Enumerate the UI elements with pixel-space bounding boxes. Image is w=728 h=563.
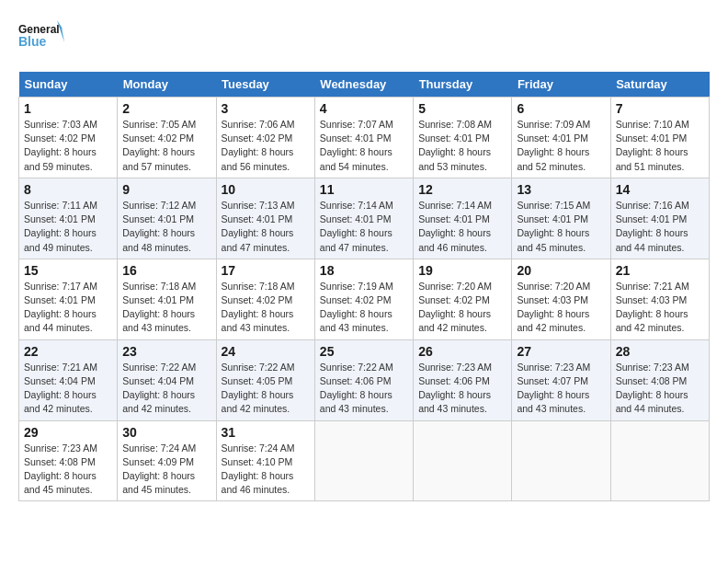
calendar-cell: 6Sunrise: 7:09 AM Sunset: 4:01 PM Daylig… <box>512 98 610 178</box>
calendar-cell: 23Sunrise: 7:22 AM Sunset: 4:04 PM Dayli… <box>118 339 216 420</box>
calendar-cell: 10Sunrise: 7:13 AM Sunset: 4:01 PM Dayli… <box>216 178 314 259</box>
day-info: Sunrise: 7:24 AM Sunset: 4:09 PM Dayligh… <box>122 442 210 498</box>
day-info: Sunrise: 7:11 AM Sunset: 4:01 PM Dayligh… <box>24 199 112 255</box>
day-number: 16 <box>122 263 210 278</box>
day-info: Sunrise: 7:08 AM Sunset: 4:01 PM Dayligh… <box>418 118 506 174</box>
day-info: Sunrise: 7:18 AM Sunset: 4:01 PM Dayligh… <box>122 280 210 336</box>
day-info: Sunrise: 7:23 AM Sunset: 4:08 PM Dayligh… <box>616 361 704 417</box>
day-info: Sunrise: 7:05 AM Sunset: 4:02 PM Dayligh… <box>122 118 210 174</box>
day-info: Sunrise: 7:21 AM Sunset: 4:03 PM Dayligh… <box>616 280 704 336</box>
day-info: Sunrise: 7:22 AM Sunset: 4:05 PM Dayligh… <box>222 361 310 417</box>
calendar-cell: 18Sunrise: 7:19 AM Sunset: 4:02 PM Dayli… <box>314 259 413 339</box>
day-info: Sunrise: 7:03 AM Sunset: 4:02 PM Dayligh… <box>24 118 112 174</box>
calendar-cell: 9Sunrise: 7:12 AM Sunset: 4:01 PM Daylig… <box>118 178 216 259</box>
calendar-table: SundayMondayTuesdayWednesdayThursdayFrid… <box>18 72 710 501</box>
column-header-tuesday: Tuesday <box>216 72 314 98</box>
logo-svg: General Blue <box>18 18 64 57</box>
day-number: 11 <box>320 182 408 197</box>
day-number: 15 <box>24 263 112 278</box>
day-number: 22 <box>24 344 112 359</box>
day-number: 26 <box>418 344 506 359</box>
calendar-cell: 12Sunrise: 7:14 AM Sunset: 4:01 PM Dayli… <box>414 178 512 259</box>
day-info: Sunrise: 7:17 AM Sunset: 4:01 PM Dayligh… <box>24 280 112 336</box>
column-header-saturday: Saturday <box>610 72 709 98</box>
day-info: Sunrise: 7:07 AM Sunset: 4:01 PM Dayligh… <box>320 118 408 174</box>
day-info: Sunrise: 7:14 AM Sunset: 4:01 PM Dayligh… <box>418 199 506 255</box>
column-header-monday: Monday <box>118 72 216 98</box>
day-info: Sunrise: 7:06 AM Sunset: 4:02 PM Dayligh… <box>222 118 310 174</box>
day-info: Sunrise: 7:23 AM Sunset: 4:08 PM Dayligh… <box>24 442 112 498</box>
day-number: 28 <box>616 344 704 359</box>
calendar-cell: 2Sunrise: 7:05 AM Sunset: 4:02 PM Daylig… <box>118 98 216 178</box>
day-number: 25 <box>320 344 408 359</box>
day-number: 18 <box>320 263 408 278</box>
calendar-week-row: 29Sunrise: 7:23 AM Sunset: 4:08 PM Dayli… <box>19 420 710 501</box>
calendar-cell: 3Sunrise: 7:06 AM Sunset: 4:02 PM Daylig… <box>216 98 314 178</box>
day-info: Sunrise: 7:20 AM Sunset: 4:02 PM Dayligh… <box>418 280 506 336</box>
day-number: 14 <box>616 182 704 197</box>
calendar-week-row: 22Sunrise: 7:21 AM Sunset: 4:04 PM Dayli… <box>19 339 710 420</box>
logo: General Blue <box>18 18 64 57</box>
day-number: 10 <box>222 182 310 197</box>
day-number: 7 <box>616 101 704 116</box>
day-info: Sunrise: 7:24 AM Sunset: 4:10 PM Dayligh… <box>222 442 310 498</box>
day-info: Sunrise: 7:22 AM Sunset: 4:06 PM Dayligh… <box>320 361 408 417</box>
svg-text:Blue: Blue <box>18 34 47 49</box>
calendar-cell: 29Sunrise: 7:23 AM Sunset: 4:08 PM Dayli… <box>19 420 118 501</box>
calendar-cell <box>610 420 709 501</box>
day-number: 12 <box>418 182 506 197</box>
day-info: Sunrise: 7:13 AM Sunset: 4:01 PM Dayligh… <box>222 199 310 255</box>
day-number: 5 <box>418 101 506 116</box>
day-info: Sunrise: 7:22 AM Sunset: 4:04 PM Dayligh… <box>122 361 210 417</box>
calendar-cell: 17Sunrise: 7:18 AM Sunset: 4:02 PM Dayli… <box>216 259 314 339</box>
calendar-cell: 25Sunrise: 7:22 AM Sunset: 4:06 PM Dayli… <box>314 339 413 420</box>
calendar-cell: 31Sunrise: 7:24 AM Sunset: 4:10 PM Dayli… <box>216 420 314 501</box>
day-info: Sunrise: 7:21 AM Sunset: 4:04 PM Dayligh… <box>24 361 112 417</box>
day-number: 9 <box>122 182 210 197</box>
day-number: 19 <box>418 263 506 278</box>
calendar-header-row: SundayMondayTuesdayWednesdayThursdayFrid… <box>19 72 710 98</box>
calendar-cell: 24Sunrise: 7:22 AM Sunset: 4:05 PM Dayli… <box>216 339 314 420</box>
calendar-cell: 27Sunrise: 7:23 AM Sunset: 4:07 PM Dayli… <box>512 339 610 420</box>
calendar-cell <box>512 420 610 501</box>
day-number: 31 <box>222 425 310 440</box>
day-info: Sunrise: 7:18 AM Sunset: 4:02 PM Dayligh… <box>222 280 310 336</box>
calendar-cell: 1Sunrise: 7:03 AM Sunset: 4:02 PM Daylig… <box>19 98 118 178</box>
day-info: Sunrise: 7:20 AM Sunset: 4:03 PM Dayligh… <box>517 280 605 336</box>
column-header-thursday: Thursday <box>414 72 512 98</box>
day-number: 8 <box>24 182 112 197</box>
day-number: 23 <box>122 344 210 359</box>
calendar-cell: 15Sunrise: 7:17 AM Sunset: 4:01 PM Dayli… <box>19 259 118 339</box>
day-number: 29 <box>24 425 112 440</box>
calendar-cell: 4Sunrise: 7:07 AM Sunset: 4:01 PM Daylig… <box>314 98 413 178</box>
day-info: Sunrise: 7:16 AM Sunset: 4:01 PM Dayligh… <box>616 199 704 255</box>
calendar-cell: 16Sunrise: 7:18 AM Sunset: 4:01 PM Dayli… <box>118 259 216 339</box>
calendar-cell: 8Sunrise: 7:11 AM Sunset: 4:01 PM Daylig… <box>19 178 118 259</box>
calendar-cell: 28Sunrise: 7:23 AM Sunset: 4:08 PM Dayli… <box>610 339 709 420</box>
day-info: Sunrise: 7:23 AM Sunset: 4:06 PM Dayligh… <box>418 361 506 417</box>
day-info: Sunrise: 7:09 AM Sunset: 4:01 PM Dayligh… <box>517 118 605 174</box>
day-number: 13 <box>517 182 605 197</box>
day-number: 27 <box>517 344 605 359</box>
day-info: Sunrise: 7:23 AM Sunset: 4:07 PM Dayligh… <box>517 361 605 417</box>
calendar-cell: 22Sunrise: 7:21 AM Sunset: 4:04 PM Dayli… <box>19 339 118 420</box>
day-number: 2 <box>122 101 210 116</box>
calendar-cell: 20Sunrise: 7:20 AM Sunset: 4:03 PM Dayli… <box>512 259 610 339</box>
calendar-cell <box>414 420 512 501</box>
calendar-cell: 26Sunrise: 7:23 AM Sunset: 4:06 PM Dayli… <box>414 339 512 420</box>
calendar-cell: 14Sunrise: 7:16 AM Sunset: 4:01 PM Dayli… <box>610 178 709 259</box>
day-number: 3 <box>222 101 310 116</box>
day-number: 21 <box>616 263 704 278</box>
calendar-cell: 19Sunrise: 7:20 AM Sunset: 4:02 PM Dayli… <box>414 259 512 339</box>
column-header-sunday: Sunday <box>19 72 118 98</box>
day-number: 6 <box>517 101 605 116</box>
day-info: Sunrise: 7:12 AM Sunset: 4:01 PM Dayligh… <box>122 199 210 255</box>
day-info: Sunrise: 7:14 AM Sunset: 4:01 PM Dayligh… <box>320 199 408 255</box>
day-info: Sunrise: 7:10 AM Sunset: 4:01 PM Dayligh… <box>616 118 704 174</box>
day-info: Sunrise: 7:15 AM Sunset: 4:01 PM Dayligh… <box>517 199 605 255</box>
column-header-wednesday: Wednesday <box>314 72 413 98</box>
calendar-week-row: 15Sunrise: 7:17 AM Sunset: 4:01 PM Dayli… <box>19 259 710 339</box>
calendar-cell: 13Sunrise: 7:15 AM Sunset: 4:01 PM Dayli… <box>512 178 610 259</box>
day-number: 20 <box>517 263 605 278</box>
column-header-friday: Friday <box>512 72 610 98</box>
